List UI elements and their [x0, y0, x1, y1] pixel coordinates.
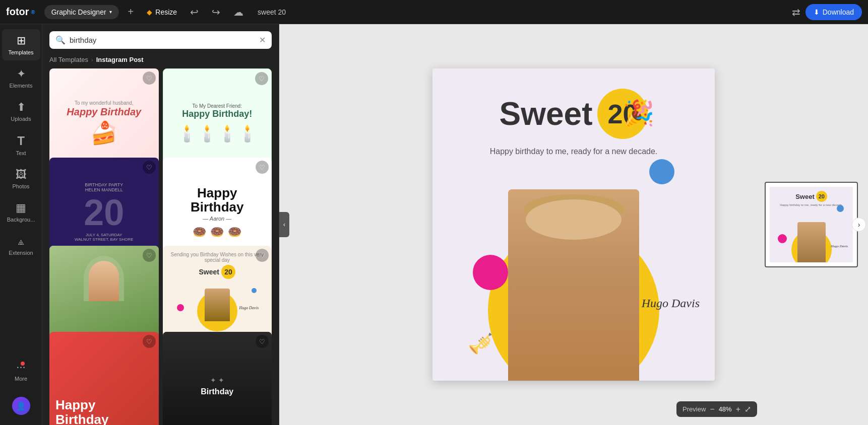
topbar: fotor® Graphic Designer ▾ + ◆ Resize ↩ ↪…: [0, 0, 868, 24]
clear-search-button[interactable]: ✕: [259, 35, 266, 45]
sidebar-item-more[interactable]: ··· More: [2, 356, 40, 387]
templates-icon: ⊞: [17, 34, 26, 47]
fullscreen-button[interactable]: ⤢: [745, 404, 751, 414]
graphic-designer-button[interactable]: Graphic Designer ▾: [44, 5, 119, 19]
favorite-button-2[interactable]: ♡: [255, 72, 268, 85]
download-button[interactable]: ⬇ Download: [805, 4, 862, 20]
diamond-icon: ◆: [147, 8, 152, 16]
favorite-button-6[interactable]: ♡: [256, 249, 269, 262]
thumbnail-panel: Sweet 20 Happy birthday to me, ready for…: [765, 182, 858, 267]
sidebar-item-templates[interactable]: ⊞ Templates: [2, 29, 40, 60]
favorite-button-7[interactable]: ♡: [143, 335, 156, 348]
undo-button[interactable]: ↩: [186, 4, 203, 20]
zoom-controls: Preview − 48% + ⤢: [676, 401, 757, 417]
favorite-button-4[interactable]: ♡: [256, 161, 269, 174]
elements-icon: ✦: [17, 67, 26, 81]
breadcrumb-arrow: ›: [91, 57, 93, 63]
fotor-logo: fotor®: [6, 6, 35, 18]
favorite-button-5[interactable]: ♡: [143, 249, 156, 262]
canvas-confetti: 🎺: [468, 332, 493, 356]
next-page-button[interactable]: ›: [852, 218, 866, 232]
search-area: 🔍 ✕: [42, 24, 279, 54]
canvas-card[interactable]: Sweet 20 Happy birthday to me, ready for…: [432, 68, 715, 381]
canvas-blue-dot: [649, 159, 674, 184]
template-card-8[interactable]: ✦ ✦ Birthday ♡: [163, 332, 272, 425]
uploads-icon: ⬆: [17, 101, 26, 114]
main-area: ⊞ Templates ✦ Elements ⬆ Uploads T Text …: [0, 24, 868, 425]
template-card-7[interactable]: HappyBirthday Chloe! ♡: [49, 332, 159, 425]
zoom-in-button[interactable]: +: [736, 405, 740, 414]
resize-button[interactable]: ◆ Resize: [143, 6, 181, 18]
canvas-sweet-text: Sweet: [500, 95, 593, 132]
download-icon: ⬇: [814, 8, 820, 16]
topbar-right: ⇄ ⬇ Download: [792, 4, 862, 20]
search-input[interactable]: [70, 36, 255, 44]
sidebar-item-photos[interactable]: 🖼 Photos: [2, 163, 40, 194]
background-icon: ▦: [16, 201, 26, 215]
sidebar-item-text[interactable]: T Text: [2, 129, 40, 161]
thumbnail-inner: Sweet 20 Happy birthday to me, ready for…: [770, 187, 853, 262]
zoom-out-button[interactable]: −: [710, 405, 714, 414]
breadcrumb-home[interactable]: All Templates: [49, 56, 88, 63]
avatar-icon: 👤: [16, 401, 26, 411]
thumbnail-subtitle: Happy birthday to me, ready for a new de…: [780, 203, 843, 206]
canvas-person-photo: [508, 189, 639, 381]
canvas-area: ‹ Sweet 20 Happy birthday to me, ready f…: [279, 24, 868, 425]
canvas-name: Hugo Davis: [642, 297, 700, 310]
redo-button[interactable]: ↪: [208, 4, 224, 20]
template-panel: 🔍 ✕ All Templates › Instagram Post To my…: [42, 24, 279, 425]
share-button[interactable]: ⇄: [792, 6, 800, 18]
search-box: 🔍 ✕: [49, 31, 272, 49]
more-icon: ···: [16, 361, 25, 374]
sidebar-item-avatar[interactable]: 👤: [2, 392, 40, 420]
add-button[interactable]: +: [124, 4, 138, 20]
sidebar-item-elements[interactable]: ✦ Elements: [2, 62, 40, 94]
photos-icon: 🖼: [16, 168, 27, 181]
sidebar-item-extension[interactable]: ⟁ Extension: [2, 230, 40, 261]
search-icon: 🔍: [55, 35, 66, 45]
preview-label: Preview: [683, 405, 706, 413]
breadcrumb-current: Instagram Post: [96, 56, 144, 63]
canvas-wrapper: Sweet 20 Happy birthday to me, ready for…: [432, 68, 715, 381]
favorite-button-3[interactable]: ♡: [143, 161, 156, 174]
document-title: sweet 20: [258, 8, 286, 16]
favorite-button-1[interactable]: ♡: [143, 72, 156, 85]
thumbnail-card: Sweet 20 Happy birthday to me, ready for…: [765, 182, 858, 267]
canvas-pink-dot: [473, 255, 508, 290]
sidebar: ⊞ Templates ✦ Elements ⬆ Uploads T Text …: [0, 24, 42, 425]
templates-grid: To my wonderful husband, Happy Birthday …: [42, 68, 279, 425]
upload-cloud-button[interactable]: ☁: [229, 4, 247, 20]
sidebar-item-uploads[interactable]: ⬆ Uploads: [2, 96, 40, 127]
collapse-panel-button[interactable]: ‹: [279, 212, 289, 237]
avatar: 👤: [12, 397, 30, 415]
canvas-subtitle: Happy birthday to me, ready for a new de…: [490, 147, 658, 156]
favorite-button-8[interactable]: ♡: [256, 335, 269, 348]
zoom-level: 48%: [719, 405, 732, 413]
notification-badge: [21, 362, 25, 366]
text-icon: T: [17, 134, 25, 148]
extension-icon: ⟁: [18, 235, 24, 248]
breadcrumb: All Templates › Instagram Post: [42, 54, 279, 68]
sidebar-item-background[interactable]: ▦ Backgrou...: [2, 196, 40, 228]
chevron-down-icon: ▾: [109, 9, 112, 15]
canvas-party-hat: 🎉: [623, 99, 654, 128]
